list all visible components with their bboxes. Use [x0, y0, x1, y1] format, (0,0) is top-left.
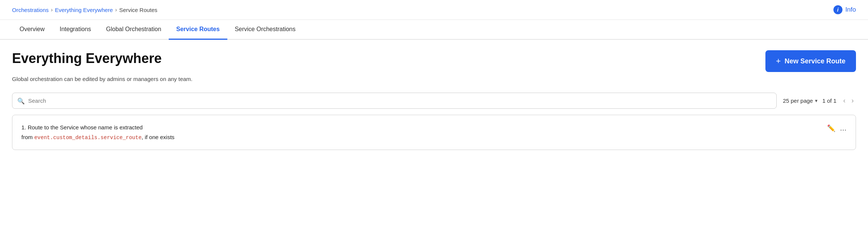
info-button[interactable]: i Info: [833, 5, 856, 14]
breadcrumb-link-orchestrations[interactable]: Orchestrations: [12, 7, 49, 13]
per-page-label: 25 per page: [783, 98, 813, 104]
route-code: event.custom_details.service_route: [34, 135, 142, 141]
route-text-after-code: , if one exists: [142, 134, 175, 140]
tab-integrations[interactable]: Integrations: [52, 20, 99, 40]
breadcrumb-separator-1: ›: [51, 7, 53, 13]
page-count: 1 of 1: [822, 98, 836, 104]
main-content: Everything Everywhere + New Service Rout…: [0, 40, 868, 160]
nav-arrows: ‹ ›: [841, 95, 856, 106]
breadcrumb: Orchestrations › Everything Everywhere ›…: [12, 7, 157, 13]
plus-icon: +: [776, 56, 781, 66]
per-page-selector[interactable]: 25 per page ▾: [783, 98, 818, 104]
more-options-icon[interactable]: …: [840, 124, 847, 132]
tab-service-routes[interactable]: Service Routes: [169, 20, 227, 40]
new-route-label: New Service Route: [785, 57, 845, 65]
breadcrumb-link-everything-everywhere[interactable]: Everything Everywhere: [55, 7, 113, 13]
breadcrumb-current: Service Routes: [119, 7, 157, 13]
breadcrumb-separator-2: ›: [115, 7, 117, 13]
next-page-button[interactable]: ›: [849, 95, 856, 106]
edit-icon[interactable]: ✏️: [827, 124, 835, 132]
info-icon: i: [833, 5, 842, 14]
breadcrumb-bar: Orchestrations › Everything Everywhere ›…: [0, 0, 868, 20]
tab-overview[interactable]: Overview: [12, 20, 52, 40]
new-service-route-button[interactable]: + New Service Route: [765, 50, 856, 72]
tab-service-orchestrations[interactable]: Service Orchestrations: [227, 20, 303, 40]
search-pagination-row: 🔍 25 per page ▾ 1 of 1 ‹ ›: [12, 93, 856, 109]
route-actions: ✏️ …: [827, 123, 847, 132]
search-wrapper: 🔍: [12, 93, 777, 109]
page-header: Everything Everywhere + New Service Rout…: [12, 50, 856, 72]
info-label: Info: [845, 6, 856, 14]
chevron-down-icon: ▾: [815, 98, 818, 104]
tab-navigation: Overview Integrations Global Orchestrati…: [0, 20, 868, 40]
page-title: Everything Everywhere: [12, 50, 162, 66]
page-subtitle: Global orchestration can be edited by ad…: [12, 76, 856, 82]
search-icon: 🔍: [17, 97, 25, 104]
tab-global-orchestration[interactable]: Global Orchestration: [98, 20, 169, 40]
route-text: 1. Route to the Service whose name is ex…: [21, 123, 174, 142]
pagination-controls: 25 per page ▾ 1 of 1 ‹ ›: [783, 95, 856, 106]
search-input[interactable]: [12, 93, 777, 109]
route-card: 1. Route to the Service whose name is ex…: [12, 115, 856, 150]
prev-page-button[interactable]: ‹: [841, 95, 848, 106]
